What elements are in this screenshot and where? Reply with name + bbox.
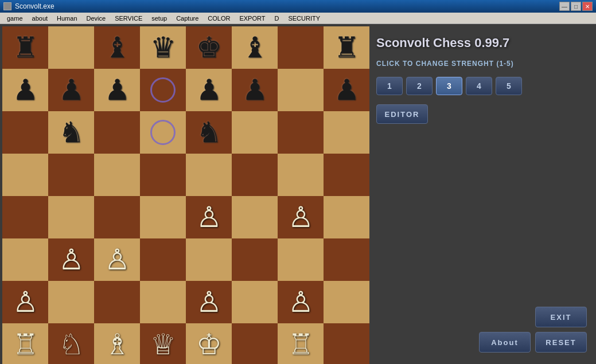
strength-btn-5[interactable]: 5 xyxy=(496,77,522,95)
cell-7-7[interactable] xyxy=(324,323,369,364)
menu-game[interactable]: game xyxy=(2,14,28,23)
strength-buttons: 1 2 3 4 5 xyxy=(376,77,587,95)
editor-button[interactable]: EDITOR xyxy=(376,104,428,124)
cell-1-7[interactable]: ♟ xyxy=(324,69,369,111)
cell-6-2[interactable] xyxy=(94,281,140,323)
cell-3-4[interactable] xyxy=(186,154,232,196)
cell-6-1[interactable] xyxy=(48,281,94,323)
cell-4-1[interactable] xyxy=(48,196,94,238)
cell-7-1[interactable]: ♘ xyxy=(48,323,94,364)
cell-4-3[interactable] xyxy=(140,196,186,238)
cell-0-0[interactable]: ♜ xyxy=(2,26,48,69)
menu-human[interactable]: Human xyxy=(52,14,81,23)
cell-5-5[interactable] xyxy=(232,238,278,281)
cell-5-6[interactable] xyxy=(278,238,324,281)
close-button[interactable]: ✕ xyxy=(582,2,593,11)
cell-3-0[interactable] xyxy=(2,154,48,196)
cell-1-0[interactable]: ♟ xyxy=(2,69,48,111)
cell-6-5[interactable] xyxy=(232,281,278,323)
cell-5-3[interactable] xyxy=(140,238,186,281)
menu-security[interactable]: SECURITY xyxy=(283,14,325,23)
cell-7-4[interactable]: ♔ xyxy=(186,323,232,364)
piece-white-♙: ♙ xyxy=(196,288,222,316)
chess-board[interactable]: ♜♝♛♚♝♜♟♟♟♟♟♟♞♞♙♙♙♙♙♙♙♖♘♗♕♔♖ xyxy=(2,26,369,364)
piece-black-♟: ♟ xyxy=(242,76,268,104)
cell-3-2[interactable] xyxy=(94,154,140,196)
exit-button[interactable]: EXIT xyxy=(535,307,587,327)
cell-2-6[interactable] xyxy=(278,111,324,154)
window-title: Sconvolt.exe xyxy=(15,2,54,10)
cell-2-0[interactable] xyxy=(2,111,48,154)
menu-setup[interactable]: setup xyxy=(147,14,172,23)
menu-about[interactable]: about xyxy=(28,14,53,23)
cell-4-0[interactable] xyxy=(2,196,48,238)
piece-black-♞: ♞ xyxy=(196,118,222,147)
cell-0-3[interactable]: ♛ xyxy=(140,26,186,69)
cell-4-4[interactable]: ♙ xyxy=(186,196,232,238)
menu-d[interactable]: D xyxy=(270,14,283,23)
cell-0-2[interactable]: ♝ xyxy=(94,26,140,69)
menu-capture[interactable]: Capture xyxy=(172,14,203,23)
cell-4-5[interactable] xyxy=(232,196,278,238)
cell-5-2[interactable]: ♙ xyxy=(94,238,140,281)
cell-1-3[interactable] xyxy=(140,69,186,111)
cell-1-5[interactable]: ♟ xyxy=(232,69,278,111)
cell-6-3[interactable] xyxy=(140,281,186,323)
cell-5-1[interactable]: ♙ xyxy=(48,238,94,281)
cell-3-6[interactable] xyxy=(278,154,324,196)
menu-service[interactable]: SERVICE xyxy=(110,14,147,23)
menu-device[interactable]: Device xyxy=(82,14,111,23)
maximize-button[interactable]: □ xyxy=(571,2,581,11)
cell-3-1[interactable] xyxy=(48,154,94,196)
cell-1-4[interactable]: ♟ xyxy=(186,69,232,111)
cell-0-7[interactable]: ♜ xyxy=(324,26,369,69)
strength-btn-3[interactable]: 3 xyxy=(436,77,462,95)
cell-0-5[interactable]: ♝ xyxy=(232,26,278,69)
strength-btn-2[interactable]: 2 xyxy=(406,77,433,95)
strength-btn-1[interactable]: 1 xyxy=(376,77,403,95)
cell-7-5[interactable] xyxy=(232,323,278,364)
cell-6-4[interactable]: ♙ xyxy=(186,281,232,323)
piece-black-♟: ♟ xyxy=(13,76,38,104)
about-button[interactable]: About xyxy=(479,332,531,353)
cell-0-1[interactable] xyxy=(48,26,94,69)
piece-white-♙: ♙ xyxy=(196,203,222,232)
cell-1-6[interactable] xyxy=(278,69,324,111)
cell-4-6[interactable]: ♙ xyxy=(278,196,324,238)
menu-color[interactable]: COLOR xyxy=(203,14,235,23)
cell-3-7[interactable] xyxy=(324,154,369,196)
cell-1-2[interactable]: ♟ xyxy=(94,69,140,111)
piece-black-♚: ♚ xyxy=(196,33,222,62)
minimize-button[interactable]: — xyxy=(559,2,570,11)
cell-2-5[interactable] xyxy=(232,111,278,154)
cell-2-1[interactable]: ♞ xyxy=(48,111,94,154)
cell-0-4[interactable]: ♚ xyxy=(186,26,232,69)
reset-button[interactable]: RESET xyxy=(535,332,587,353)
game-title: Sconvolt Chess 0.99.7 xyxy=(376,36,587,50)
cell-1-1[interactable]: ♟ xyxy=(48,69,94,111)
cell-6-6[interactable]: ♙ xyxy=(278,281,324,323)
cell-2-4[interactable]: ♞ xyxy=(186,111,232,154)
cell-5-7[interactable] xyxy=(324,238,369,281)
menu-export[interactable]: EXPORT xyxy=(235,14,270,23)
cell-6-7[interactable] xyxy=(324,281,369,323)
cell-3-3[interactable] xyxy=(140,154,186,196)
cell-2-3[interactable] xyxy=(140,111,186,154)
cell-6-0[interactable]: ♙ xyxy=(2,281,48,323)
cell-7-6[interactable]: ♖ xyxy=(278,323,324,364)
cell-3-5[interactable] xyxy=(232,154,278,196)
piece-black-♝: ♝ xyxy=(242,33,268,62)
piece-white-♘: ♘ xyxy=(59,330,84,359)
strength-btn-4[interactable]: 4 xyxy=(466,77,492,95)
cell-4-7[interactable] xyxy=(324,196,369,238)
cell-7-3[interactable]: ♕ xyxy=(140,323,186,364)
cell-5-0[interactable] xyxy=(2,238,48,281)
cell-7-0[interactable]: ♖ xyxy=(2,323,48,364)
cell-2-2[interactable] xyxy=(94,111,140,154)
cell-7-2[interactable]: ♗ xyxy=(94,323,140,364)
cell-2-7[interactable] xyxy=(324,111,369,154)
cell-5-4[interactable] xyxy=(186,238,232,281)
cell-0-6[interactable] xyxy=(278,26,324,69)
cell-4-2[interactable] xyxy=(94,196,140,238)
piece-black-♞: ♞ xyxy=(59,118,84,147)
